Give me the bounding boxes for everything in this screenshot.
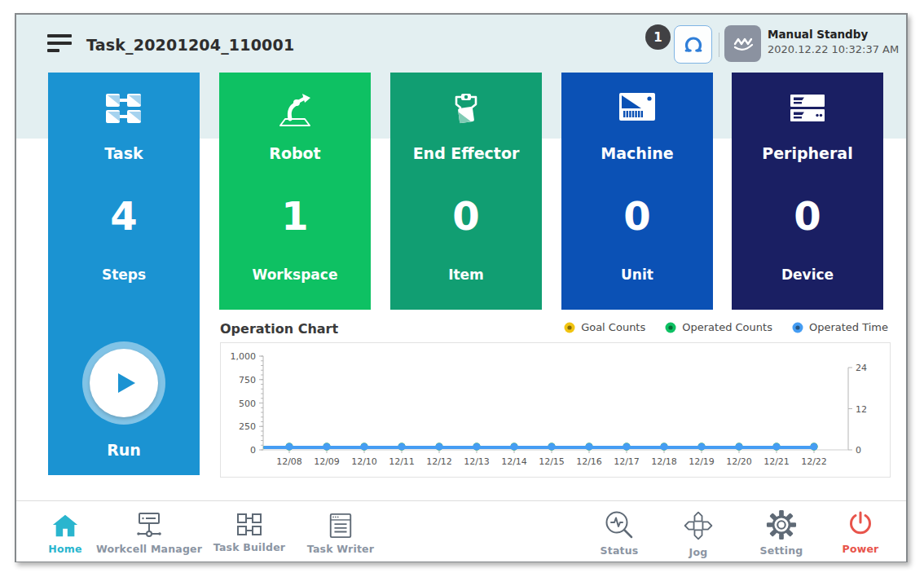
card-unit: Workspace: [219, 266, 371, 283]
operation-chart-svg: 02505007501,0000122412/0812/0912/1012/11…: [221, 343, 890, 477]
setting-gear-icon: [766, 509, 797, 540]
svg-text:12/19: 12/19: [689, 456, 715, 467]
svg-text:12/12: 12/12: [426, 456, 452, 467]
svg-text:24: 24: [856, 363, 867, 373]
svg-text:12/17: 12/17: [614, 456, 640, 467]
page-title: Task_20201204_110001: [86, 36, 294, 54]
manual-mode-button[interactable]: [724, 25, 761, 62]
card-value: 0: [561, 193, 713, 239]
card-unit: Item: [390, 266, 542, 283]
svg-text:12/16: 12/16: [576, 456, 602, 467]
svg-text:12/10: 12/10: [351, 456, 377, 467]
chart-legend: Goal Counts Operated Counts Operated Tim…: [564, 321, 888, 333]
card-label: Task: [48, 144, 200, 162]
svg-text:0: 0: [856, 445, 861, 456]
card-label: Machine: [561, 144, 713, 162]
robot-arm-icon: [219, 92, 371, 128]
run-label: Run: [48, 441, 200, 459]
task-writer-icon: [328, 513, 354, 539]
nav-home[interactable]: Home: [36, 508, 95, 555]
svg-text:750: 750: [239, 375, 256, 385]
hamburger-icon: [47, 34, 72, 37]
task-icon: [48, 92, 200, 125]
legend-dot-icon: [665, 322, 676, 333]
svg-text:12: 12: [856, 404, 867, 415]
gripper-box-icon: [390, 92, 542, 128]
machine-icon: [561, 92, 713, 121]
card-value: 0: [390, 193, 542, 239]
legend-goal-counts: Goal Counts: [564, 321, 645, 333]
card-label: Robot: [219, 144, 371, 162]
power-icon: [846, 509, 875, 539]
gripper-icon: [681, 33, 706, 57]
card-label: End Effector: [390, 144, 542, 162]
task-builder-icon: [235, 513, 264, 537]
nav-power[interactable]: Power: [823, 504, 898, 555]
card-value: 4: [48, 193, 200, 239]
svg-text:12/14: 12/14: [501, 456, 527, 467]
workcell-manager-icon: [133, 513, 165, 539]
card-value: 1: [219, 193, 371, 239]
nav-jog[interactable]: Jog: [657, 504, 740, 558]
screen: Task_20201204_110001 1 Manual Standby 20…: [0, 0, 924, 577]
card-task[interactable]: Task 4 Steps Run: [48, 73, 200, 475]
svg-text:12/09: 12/09: [314, 456, 340, 467]
hand-icon: [730, 32, 756, 56]
svg-text:0: 0: [250, 445, 256, 456]
gripper-button[interactable]: [674, 25, 712, 64]
robot-mode-status: Manual Standby 2020.12.22 10:32:37 AM: [768, 28, 899, 55]
operation-chart-title: Operation Chart: [220, 321, 338, 337]
svg-text:500: 500: [239, 399, 256, 409]
jog-dpad-icon: [682, 509, 715, 542]
svg-text:1,000: 1,000: [231, 351, 257, 362]
server-rack-icon: [732, 92, 883, 125]
svg-text:12/13: 12/13: [464, 456, 490, 467]
card-peripheral[interactable]: Peripheral 0 Device: [732, 73, 883, 310]
legend-dot-icon: [792, 322, 803, 333]
legend-operated-time: Operated Time: [792, 321, 888, 333]
svg-text:12/18: 12/18: [651, 456, 677, 467]
nav-task-writer[interactable]: Task Writer: [295, 508, 386, 555]
status-icon: [604, 509, 635, 540]
nav-task-builder[interactable]: Task Builder: [204, 508, 295, 553]
nav-status[interactable]: Status: [582, 504, 657, 557]
legend-operated-counts: Operated Counts: [665, 321, 772, 333]
play-icon: [108, 367, 140, 399]
svg-text:12/21: 12/21: [763, 456, 790, 467]
run-button[interactable]: [82, 341, 165, 425]
card-unit: Device: [732, 266, 883, 283]
menu-button[interactable]: [47, 34, 73, 55]
header-divider: [719, 33, 719, 57]
card-end-effector[interactable]: End Effector 0 Item: [390, 73, 542, 310]
svg-text:250: 250: [239, 421, 256, 432]
callout-1-badge: 1: [645, 24, 671, 50]
svg-text:12/15: 12/15: [539, 456, 565, 467]
svg-text:12/08: 12/08: [276, 456, 302, 467]
legend-dot-icon: [564, 322, 575, 333]
svg-text:12/20: 12/20: [726, 456, 752, 467]
datetime-label: 2020.12.22 10:32:37 AM: [768, 43, 899, 55]
bottom-nav: Home Workcell Manager: [16, 500, 906, 562]
home-icon: [51, 513, 79, 539]
svg-text:12/22: 12/22: [801, 456, 827, 467]
nav-workcell-manager[interactable]: Workcell Manager: [95, 508, 204, 555]
card-machine[interactable]: Machine 0 Unit: [561, 73, 713, 310]
svg-text:12/11: 12/11: [389, 456, 415, 467]
card-unit: Unit: [561, 266, 713, 283]
card-value: 0: [732, 193, 883, 239]
mode-label: Manual Standby: [768, 28, 899, 41]
nav-setting[interactable]: Setting: [740, 504, 823, 557]
operation-chart: 02505007501,0000122412/0812/0912/1012/11…: [220, 342, 891, 478]
card-robot[interactable]: Robot 1 Workspace: [219, 73, 371, 310]
card-unit: Steps: [48, 266, 200, 283]
card-label: Peripheral: [732, 144, 883, 162]
app-window: Task_20201204_110001 1 Manual Standby 20…: [15, 13, 908, 562]
